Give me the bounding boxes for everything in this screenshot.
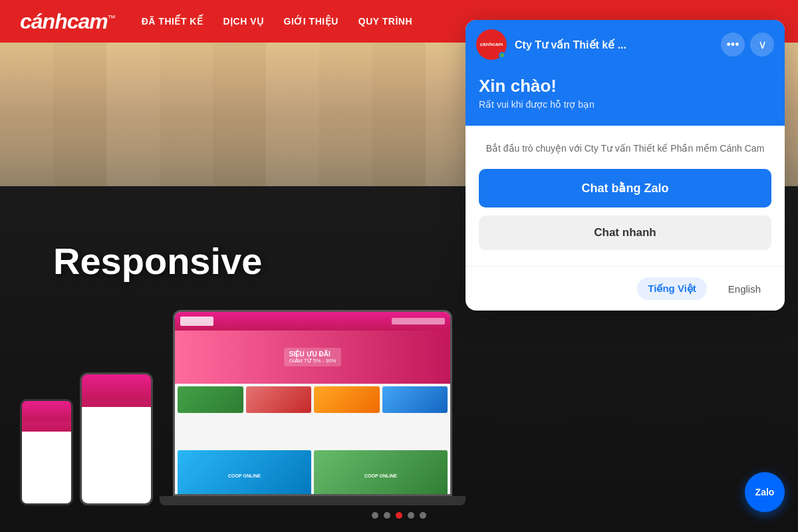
laptop-bottom-grid: COOP ONLINE COOP ONLINE: [175, 450, 450, 494]
lang-button-en[interactable]: English: [718, 278, 771, 300]
chat-body: Bắt đầu trò chuyện với Cty Tư vấn Thiết …: [466, 126, 785, 266]
chat-header: cánhcam Cty Tư vấn Thiết kế ... ••• ∨: [466, 20, 785, 69]
grid-item-1: [178, 386, 243, 413]
grid-item-3: [314, 386, 380, 413]
chat-zalo-button[interactable]: Chat bằng Zalo: [479, 169, 771, 207]
dot-1[interactable]: [372, 512, 378, 519]
chat-widget: cánhcam Cty Tư vấn Thiết kế ... ••• ∨ Xi…: [466, 20, 785, 311]
device-phone-large: [80, 372, 153, 505]
chat-avatar: cánhcam: [476, 29, 507, 60]
nav-item-dich-vu[interactable]: DỊCH VỤ: [223, 15, 263, 27]
nav-links: ĐÃ THIẾT KẾ DỊCH VỤ GIỚI THIỆU QUY TRÌNH: [142, 15, 412, 27]
nav-link-quy-trinh[interactable]: QUY TRÌNH: [358, 16, 412, 27]
nav-item-da-thiet-ke[interactable]: ĐÃ THIẾT KẾ: [142, 15, 203, 27]
nav-link-gioi-thieu[interactable]: GIỚI THIỆU: [284, 16, 338, 27]
carousel-dots: [372, 512, 426, 519]
dot-2[interactable]: [384, 512, 390, 519]
chat-footer: Tiếng Việt English: [466, 266, 785, 311]
device-laptop: SIÊU ƯU ĐÃI GIẢM TỪ 5% - 30% COOP ONLINE…: [173, 310, 452, 496]
nav-item-quy-trinh[interactable]: QUY TRÌNH: [358, 15, 412, 27]
device-phone-small: [20, 399, 73, 505]
chat-intro-text: Bắt đầu trò chuyện với Cty Tư vấn Thiết …: [479, 142, 771, 156]
logo-tm: ™: [108, 13, 115, 23]
lang-button-vi[interactable]: Tiếng Việt: [637, 277, 706, 300]
device-laptop-container: SIÊU ƯU ĐÃI GIẢM TỪ 5% - 30% COOP ONLINE…: [160, 310, 466, 505]
zalo-fab-button[interactable]: Zalo: [745, 472, 785, 512]
online-indicator: [499, 52, 505, 59]
dot-4[interactable]: [408, 512, 414, 519]
chat-company-name: Cty Tư vấn Thiết kế ...: [515, 39, 713, 51]
zalo-fab-label: Zalo: [755, 487, 775, 497]
chat-more-button[interactable]: •••: [721, 33, 745, 57]
chat-greeting-subtitle: Rất vui khi được hỗ trợ bạn: [479, 99, 771, 110]
grid-item-4: [382, 386, 448, 413]
grid-item-2: [246, 386, 312, 413]
chat-greeting: Xin chào! Rất vui khi được hỗ trợ bạn: [466, 69, 785, 126]
nav-link-dich-vu[interactable]: DỊCH VỤ: [223, 16, 263, 27]
logo-text: cánhcam: [20, 9, 108, 33]
logo[interactable]: cánhcam™: [20, 9, 115, 34]
nav-item-gioi-thieu[interactable]: GIỚI THIỆU: [284, 15, 338, 27]
laptop-base: [160, 496, 466, 505]
dot-3-active[interactable]: [396, 512, 402, 519]
chat-greeting-title: Xin chào!: [479, 76, 771, 96]
nav-link-da-thiet-ke[interactable]: ĐÃ THIẾT KẾ: [142, 16, 203, 27]
chat-avatar-text: cánhcam: [480, 41, 503, 48]
devices-mockup: SIÊU ƯU ĐÃI GIẢM TỪ 5% - 30% COOP ONLINE…: [20, 310, 466, 505]
laptop-grid: [175, 384, 450, 450]
laptop-banner: SIÊU ƯU ĐÃI GIẢM TỪ 5% - 30%: [175, 331, 450, 384]
dot-5[interactable]: [420, 512, 426, 519]
laptop-header: [175, 312, 450, 331]
chat-header-info: Cty Tư vấn Thiết kế ...: [515, 39, 713, 51]
laptop-screen: SIÊU ƯU ĐÃI GIẢM TỪ 5% - 30% COOP ONLINE…: [175, 312, 450, 494]
chat-collapse-button[interactable]: ∨: [750, 33, 774, 57]
chat-header-actions: ••• ∨: [721, 33, 774, 57]
chat-quick-button[interactable]: Chat nhanh: [479, 215, 771, 250]
hero-text: Responsive: [53, 239, 262, 283]
laptop-content: SIÊU ƯU ĐÃI GIẢM TỪ 5% - 30% COOP ONLINE…: [175, 331, 450, 494]
